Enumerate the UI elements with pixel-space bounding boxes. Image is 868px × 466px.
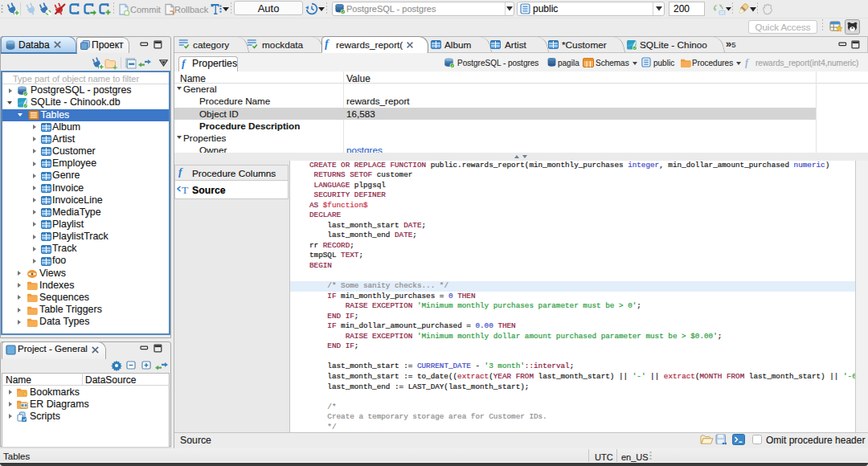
svg-text:f: f xyxy=(325,38,330,50)
svg-text:f: f xyxy=(745,57,749,68)
svg-text:f: f xyxy=(178,166,183,178)
svg-text:T: T xyxy=(182,184,189,196)
svg-text:f: f xyxy=(182,57,186,69)
